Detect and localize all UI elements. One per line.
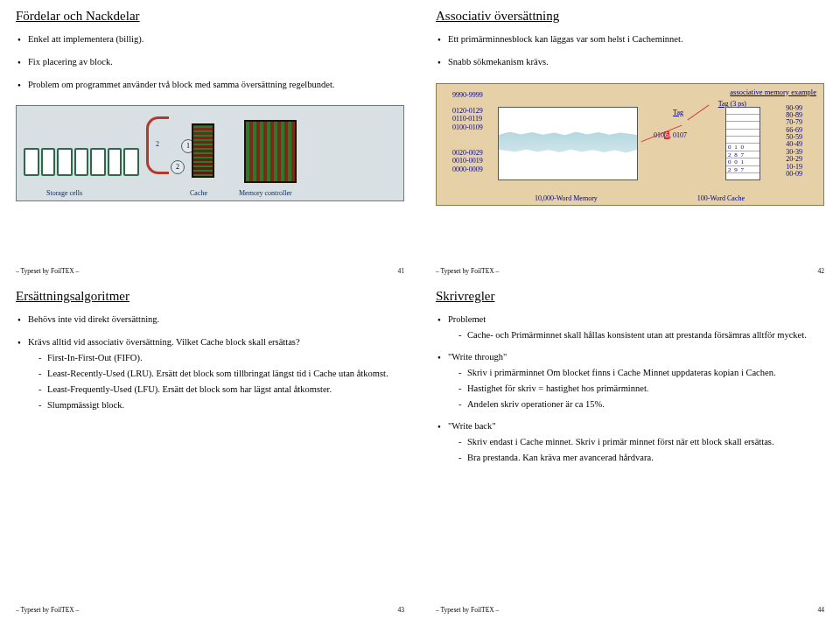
dash-item: Slumpmässigt block. <box>28 398 404 411</box>
bullet-item: Problem om programmet använder två block… <box>16 78 404 92</box>
dash-item: Skriv i primärminnet Om blocket finns i … <box>448 366 824 379</box>
slide-footer: – Typeset by FoilTEX – 41 <box>16 267 404 275</box>
slide-footer: – Typeset by FoilTEX – 42 <box>436 267 824 275</box>
badge-2: 2 <box>171 160 185 174</box>
footer-typeset: – Typeset by FoilTEX – <box>436 606 499 614</box>
slide-title: Skrivregler <box>436 289 824 304</box>
fig-tag: Tag <box>673 109 683 116</box>
bullet-list: Enkel att implementera (billig). Fix pla… <box>16 32 404 100</box>
bullet-list: Ett primärminnesblock kan läggas var som… <box>436 32 824 78</box>
dash-list: Cache- och Primärminnet skall hållas kon… <box>448 328 824 341</box>
page-number: 41 <box>398 267 405 275</box>
dash-item: Bra prestanda. Kan kräva mer avancerad h… <box>448 451 824 464</box>
slide-42: Associativ översättning Ett primärminnes… <box>420 0 840 280</box>
slide-title: Ersättningsalgoritmer <box>16 289 404 304</box>
bullet-item: "Write through" Skriv i primärminnet Om … <box>436 350 824 411</box>
footer-typeset: – Typeset by FoilTEX – <box>436 267 499 275</box>
dash-item: Andelen skriv operationer är ca 15%. <box>448 397 824 411</box>
dash-item: Least-Frequently-Used (LFU). Ersätt det … <box>28 383 404 396</box>
bullet-item: Krävs alltid vid associativ översättning… <box>16 335 404 412</box>
figure-associative-memory: associative memory example Tag (3 ps) Ta… <box>436 83 824 206</box>
slide-44: Skrivregler Problemet Cache- och Primärm… <box>420 280 840 619</box>
page-number: 42 <box>818 267 825 275</box>
fig-label-mem: Memory controller <box>239 189 292 197</box>
dash-item: Cache- och Primärminnet skall hållas kon… <box>448 328 824 341</box>
dash-list: First-In-First-Out (FIFO). Least-Recentl… <box>28 351 404 412</box>
fig-bottom-left: 10,000-Word Memory <box>535 194 598 202</box>
dash-list: Skriv i primärminnet Om blocket finns i … <box>448 366 824 411</box>
slide-43: Ersättningsalgoritmer Behövs inte vid di… <box>0 280 420 619</box>
footer-typeset: – Typeset by FoilTEX – <box>16 267 79 275</box>
dash-item: Skriv endast i Cache minnet. Skriv i pri… <box>448 435 824 448</box>
bullet-list: Behövs inte vid direkt översättning. Krä… <box>16 313 404 420</box>
bullet-item: Snabb sökmekanism krävs. <box>436 55 824 69</box>
page-number: 43 <box>398 606 405 614</box>
fig-topnum: 9990-9999 <box>452 91 483 99</box>
slide-41: Fördelar och Nackdelar Enkel att impleme… <box>0 0 420 280</box>
fig-bottom-right: 100-Word Cache <box>697 194 745 202</box>
fig-label-cache: Cache <box>190 189 207 197</box>
fig-left-nums-b: 0020-0029 0010-0019 0000-0009 <box>452 149 483 174</box>
fig-label-storage: Storage cells <box>46 189 82 197</box>
fig-cache-column: 0 1 0 2 8 7 0 0 1 2 9 7 <box>725 107 760 180</box>
page-number: 44 <box>818 606 825 614</box>
dash-item: Least-Recently-Used (LRU). Ersätt det bl… <box>28 367 404 380</box>
bullet-item: Behövs inte vid direkt översättning. <box>16 313 404 327</box>
fig-left-nums-a: 0120-0129 0110-0119 0100-0109 <box>452 107 483 132</box>
slide-footer: – Typeset by FoilTEX – 44 <box>436 606 824 614</box>
figure-storage-cache: 1 2 Storage cells Cache Memory controlle… <box>16 105 404 201</box>
dash-item: Hastighet för skriv = hastighet hos prim… <box>448 382 824 395</box>
slide-title: Fördelar och Nackdelar <box>16 9 404 24</box>
dash-item: First-In-First-Out (FIFO). <box>28 351 404 364</box>
slide-footer: – Typeset by FoilTEX – 43 <box>16 606 404 614</box>
bullet-list: Problemet Cache- och Primärminnet skall … <box>436 313 824 474</box>
fig-right-ranges: 90-9980-89 70-7966-69 50-5940-49 30-3920… <box>786 105 802 179</box>
slides-grid: Fördelar och Nackdelar Enkel att impleme… <box>0 0 840 619</box>
footer-typeset: – Typeset by FoilTEX – <box>16 606 79 614</box>
bullet-item: Fix placering av block. <box>16 55 404 69</box>
bullet-item: Problemet Cache- och Primärminnet skall … <box>436 313 824 341</box>
slide-title: Associativ översättning <box>436 9 824 24</box>
dash-list: Skriv endast i Cache minnet. Skriv i pri… <box>448 435 824 464</box>
bullet-item: Enkel att implementera (billig). <box>16 32 404 46</box>
bullet-item: "Write back" Skriv endast i Cache minnet… <box>436 419 824 464</box>
bullet-item: Ett primärminnesblock kan läggas var som… <box>436 32 824 46</box>
fig-assoc-label: associative memory example <box>730 88 816 96</box>
